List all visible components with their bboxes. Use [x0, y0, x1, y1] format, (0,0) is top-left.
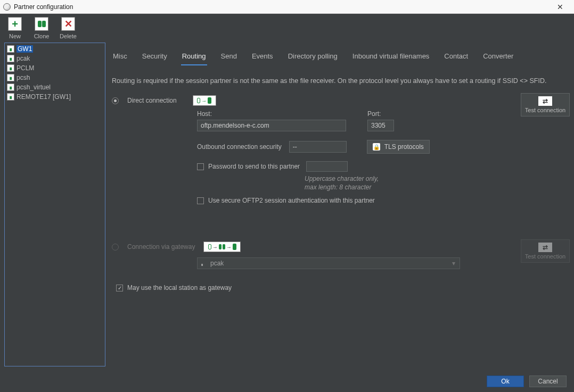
partner-list[interactable]: ∎ GW1 ∎ pcak ∎ PCLM ∎ pcsh ∎ pcsh_virtue… — [4, 43, 105, 366]
window-title: Partner configuration — [14, 3, 550, 11]
sidebar-item-label: pcak — [17, 55, 30, 62]
new-label: New — [9, 33, 21, 39]
partner-icon: ∎ — [7, 55, 14, 62]
test-connection-icon: ⇄ — [538, 96, 552, 106]
sidebar-item-gw1[interactable]: ∎ GW1 — [5, 44, 105, 54]
port-input[interactable] — [367, 120, 394, 131]
cancel-button[interactable]: Cancel — [529, 376, 567, 387]
password-input[interactable] — [306, 161, 348, 172]
password-hint-line1: Uppercase character only, — [305, 175, 570, 184]
test-connection-icon: ⇄ — [538, 243, 552, 252]
sidebar-item-label: pcsh — [17, 74, 30, 81]
test-connection-label: Test connection — [525, 253, 565, 260]
tab-routing[interactable]: Routing — [181, 50, 207, 65]
outbound-security-label: Outbound connection security — [197, 143, 282, 151]
close-icon[interactable]: ✕ — [550, 3, 571, 11]
partner-icon: ∎ — [7, 64, 14, 72]
sidebar-item-label: GW1 — [17, 45, 33, 53]
test-connection-gateway-button: ⇄ Test connection — [521, 239, 570, 263]
port-label: Port: — [367, 110, 394, 118]
dialog-footer: Ok Cancel — [0, 371, 574, 392]
sidebar-item-label: pcsh_virtuel — [17, 84, 51, 91]
sidebar-item-remote17[interactable]: ∎ REMOTE17 [GW1] — [5, 92, 105, 102]
tab-bar: Misc Security Routing Send Events Direct… — [112, 43, 570, 65]
gateway-connection-radio[interactable] — [112, 244, 119, 251]
partner-icon: ∎ — [7, 45, 14, 53]
direct-connection-radio[interactable] — [112, 97, 119, 104]
may-use-gateway-checkbox[interactable] — [116, 285, 123, 291]
gateway-select[interactable]: ∎ pcak — [197, 257, 460, 269]
partner-icon: ∎ — [201, 260, 207, 266]
delete-button[interactable]: ✕ Delete — [58, 17, 79, 39]
ok-button[interactable]: Ok — [487, 376, 524, 387]
secure-session-label: Use secure OFTP2 session authentication … — [208, 197, 375, 204]
test-connection-label: Test connection — [525, 107, 565, 113]
tab-directory-polling[interactable]: Directory polling — [287, 50, 339, 65]
partner-icon: ∎ — [7, 93, 14, 101]
direct-connection-label: Direct connection — [127, 97, 177, 104]
app-icon — [3, 3, 11, 11]
tab-converter[interactable]: Converter — [482, 50, 514, 65]
partner-icon: ∎ — [7, 84, 14, 91]
gateway-connection-label: Connection via gateway — [127, 243, 195, 251]
sidebar-item-pclm[interactable]: ∎ PCLM — [5, 63, 105, 73]
secure-session-checkbox[interactable] — [197, 197, 204, 204]
toolbar: + New Clone ✕ Delete — [0, 14, 574, 43]
gateway-select-value: pcak — [210, 260, 224, 267]
tab-contact[interactable]: Contact — [443, 50, 469, 65]
tab-inbound-virtual-filenames[interactable]: Inbound virtual filenames — [351, 50, 431, 65]
tls-protocols-label: TLS protocols — [384, 143, 424, 151]
outbound-security-select[interactable]: -- — [289, 141, 347, 153]
clone-icon — [35, 17, 48, 31]
ok-label: Ok — [501, 378, 509, 385]
tab-security[interactable]: Security — [141, 50, 168, 65]
password-checkbox-label: Password to send to this partner — [208, 163, 300, 170]
lock-icon: 🔒 — [373, 143, 380, 151]
sidebar-item-label: REMOTE17 [GW1] — [17, 93, 71, 101]
password-hint-line2: max length: 8 character — [305, 184, 570, 192]
host-label: Host: — [197, 110, 346, 118]
may-use-gateway-label: May use the local station as gateway — [127, 284, 232, 291]
clone-button[interactable]: Clone — [31, 17, 52, 39]
direct-connection-icon: → — [193, 95, 216, 106]
outbound-security-value: -- — [293, 143, 297, 151]
new-button[interactable]: + New — [4, 17, 26, 39]
partner-icon: ∎ — [7, 74, 14, 81]
tab-send[interactable]: Send — [220, 50, 238, 65]
plus-icon: + — [8, 17, 22, 31]
title-bar: Partner configuration ✕ — [0, 0, 574, 14]
delete-label: Delete — [60, 33, 77, 39]
host-input[interactable] — [197, 120, 346, 131]
cancel-label: Cancel — [538, 378, 557, 385]
clone-label: Clone — [34, 33, 50, 39]
sidebar-item-pcsh-virtuel[interactable]: ∎ pcsh_virtuel — [5, 82, 105, 92]
sidebar-item-pcsh[interactable]: ∎ pcsh — [5, 73, 105, 82]
tab-events[interactable]: Events — [251, 50, 274, 65]
test-connection-direct-button[interactable]: ⇄ Test connection — [521, 93, 570, 116]
gateway-connection-icon: → → — [203, 241, 241, 252]
sidebar-item-label: PCLM — [17, 64, 34, 72]
tab-misc[interactable]: Misc — [112, 50, 128, 65]
routing-description: Routing is required if the session partn… — [112, 65, 570, 95]
password-checkbox[interactable] — [197, 163, 204, 170]
delete-icon: ✕ — [61, 17, 75, 31]
tls-protocols-button[interactable]: 🔒 TLS protocols — [367, 140, 430, 154]
sidebar-item-pcak[interactable]: ∎ pcak — [5, 54, 105, 63]
